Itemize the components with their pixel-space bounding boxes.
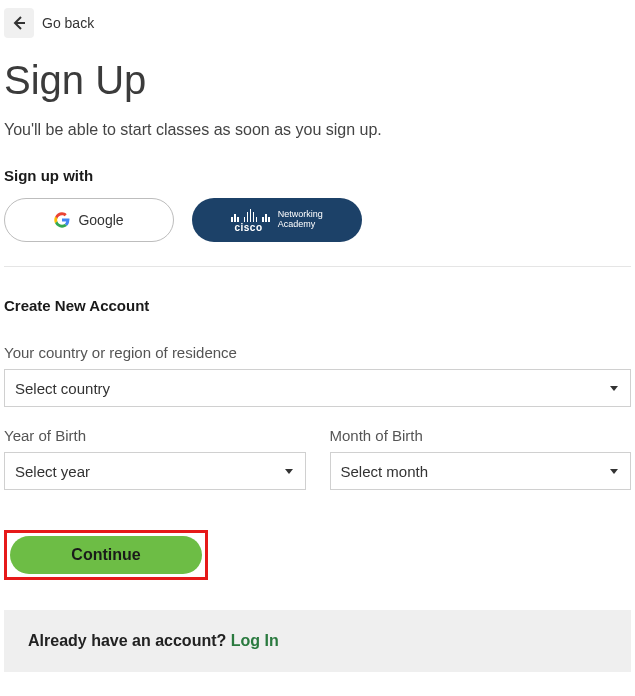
already-have-account: Already have an account? Log In (4, 610, 631, 672)
page-subtitle: You'll be able to start classes as soon … (4, 121, 631, 139)
arrow-left-icon (4, 8, 34, 38)
country-select[interactable]: Select country (4, 369, 631, 407)
year-label: Year of Birth (4, 427, 306, 444)
cisco-academy-text: Academy (278, 220, 323, 230)
cisco-bars-icon (231, 208, 270, 222)
create-account-heading: Create New Account (4, 297, 631, 314)
year-value: Select year (15, 463, 90, 480)
continue-highlight: Continue (4, 530, 208, 580)
cisco-logo: cisco Networking Academy (231, 208, 323, 233)
go-back-label: Go back (42, 15, 94, 31)
already-text: Already have an account? (28, 632, 231, 649)
google-icon (54, 212, 70, 228)
month-value: Select month (341, 463, 429, 480)
continue-button[interactable]: Continue (10, 536, 202, 574)
year-select[interactable]: Select year (4, 452, 306, 490)
cisco-brand-text: cisco (234, 223, 262, 233)
country-label: Your country or region of residence (4, 344, 631, 361)
month-select[interactable]: Select month (330, 452, 632, 490)
country-value: Select country (15, 380, 110, 397)
go-back-button[interactable]: Go back (4, 8, 94, 38)
google-label: Google (78, 212, 123, 228)
divider (4, 266, 631, 267)
google-signup-button[interactable]: Google (4, 198, 174, 242)
page-title: Sign Up (4, 58, 631, 103)
signup-with-label: Sign up with (4, 167, 631, 184)
cisco-signup-button[interactable]: cisco Networking Academy (192, 198, 362, 242)
login-link[interactable]: Log In (231, 632, 279, 649)
month-label: Month of Birth (330, 427, 632, 444)
social-signup-row: Google cisco Networking Academy (4, 198, 631, 242)
